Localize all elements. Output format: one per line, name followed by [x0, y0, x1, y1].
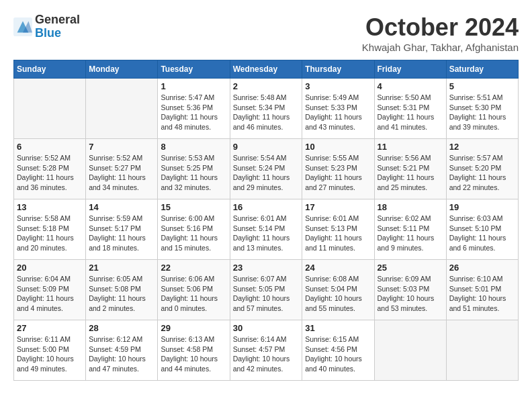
- calendar-cell: 31Sunrise: 6:15 AMSunset: 4:56 PMDayligh…: [302, 320, 374, 381]
- weekday-header: Monday: [86, 60, 158, 79]
- calendar-cell: 13Sunrise: 5:58 AMSunset: 5:18 PMDayligh…: [14, 199, 86, 260]
- daylight-text: Daylight: 10 hours and 55 minutes.: [305, 293, 371, 313]
- weekday-header-row: SundayMondayTuesdayWednesdayThursdayFrid…: [14, 60, 519, 79]
- day-number: 30: [233, 323, 300, 333]
- day-info: Sunrise: 6:01 AMSunset: 5:14 PMDaylight:…: [233, 214, 300, 253]
- sunset-text: Sunset: 5:33 PM: [305, 103, 371, 113]
- sunset-text: Sunset: 5:10 PM: [449, 224, 515, 234]
- calendar-week-row: 6Sunrise: 5:52 AMSunset: 5:28 PMDaylight…: [14, 139, 519, 199]
- day-info: Sunrise: 6:10 AMSunset: 5:01 PMDaylight:…: [449, 274, 515, 314]
- sunset-text: Sunset: 4:58 PM: [161, 345, 226, 355]
- day-info: Sunrise: 6:14 AMSunset: 4:57 PMDaylight:…: [233, 334, 300, 374]
- calendar-cell: 21Sunrise: 6:05 AMSunset: 5:08 PMDayligh…: [86, 260, 158, 320]
- calendar-week-row: 27Sunrise: 6:11 AMSunset: 5:00 PMDayligh…: [14, 320, 519, 381]
- month-title: October 2024: [362, 13, 519, 42]
- sunrise-text: Sunrise: 6:01 AM: [233, 214, 300, 224]
- sunrise-text: Sunrise: 6:06 AM: [161, 274, 226, 284]
- day-number: 15: [161, 202, 226, 212]
- daylight-text: Daylight: 11 hours and 18 minutes.: [89, 233, 154, 253]
- daylight-text: Daylight: 11 hours and 29 minutes.: [233, 173, 300, 192]
- daylight-text: Daylight: 10 hours and 49 minutes.: [17, 354, 83, 373]
- day-number: 6: [17, 142, 83, 152]
- sunset-text: Sunset: 4:57 PM: [233, 345, 300, 355]
- day-number: 1: [161, 81, 226, 91]
- day-info: Sunrise: 6:02 AMSunset: 5:11 PMDaylight:…: [378, 214, 443, 253]
- calendar-cell: 19Sunrise: 6:03 AMSunset: 5:10 PMDayligh…: [446, 199, 518, 260]
- daylight-text: Daylight: 11 hours and 13 minutes.: [233, 233, 300, 253]
- sunrise-text: Sunrise: 6:15 AM: [305, 334, 371, 345]
- calendar-cell: 30Sunrise: 6:14 AMSunset: 4:57 PMDayligh…: [230, 320, 302, 381]
- calendar-cell: 6Sunrise: 5:52 AMSunset: 5:28 PMDaylight…: [14, 139, 86, 199]
- calendar-cell: 22Sunrise: 6:06 AMSunset: 5:06 PMDayligh…: [158, 260, 230, 320]
- daylight-text: Daylight: 11 hours and 27 minutes.: [305, 173, 371, 192]
- daylight-text: Daylight: 11 hours and 22 minutes.: [449, 173, 515, 192]
- day-info: Sunrise: 6:03 AMSunset: 5:10 PMDaylight:…: [449, 214, 515, 253]
- daylight-text: Daylight: 11 hours and 2 minutes.: [89, 293, 154, 313]
- sunset-text: Sunset: 5:08 PM: [89, 284, 154, 294]
- sunrise-text: Sunrise: 5:54 AM: [233, 153, 300, 163]
- sunrise-text: Sunrise: 5:59 AM: [89, 214, 154, 224]
- calendar-cell: 11Sunrise: 5:56 AMSunset: 5:21 PMDayligh…: [374, 139, 446, 199]
- sunset-text: Sunset: 5:18 PM: [17, 224, 83, 234]
- day-info: Sunrise: 6:15 AMSunset: 4:56 PMDaylight:…: [305, 334, 371, 374]
- sunrise-text: Sunrise: 6:08 AM: [305, 274, 371, 284]
- sunset-text: Sunset: 5:24 PM: [233, 163, 300, 173]
- daylight-text: Daylight: 11 hours and 20 minutes.: [17, 233, 83, 253]
- sunset-text: Sunset: 5:16 PM: [161, 224, 226, 234]
- weekday-header: Thursday: [302, 60, 374, 79]
- day-info: Sunrise: 6:01 AMSunset: 5:13 PMDaylight:…: [305, 214, 371, 253]
- day-info: Sunrise: 6:05 AMSunset: 5:08 PMDaylight:…: [89, 274, 154, 314]
- calendar-cell: 12Sunrise: 5:57 AMSunset: 5:20 PMDayligh…: [446, 139, 518, 199]
- logo: General Blue: [13, 13, 80, 40]
- day-number: 28: [89, 323, 154, 333]
- daylight-text: Daylight: 10 hours and 51 minutes.: [449, 293, 515, 313]
- sunset-text: Sunset: 5:23 PM: [305, 163, 371, 173]
- sunrise-text: Sunrise: 6:05 AM: [89, 274, 154, 284]
- calendar-cell: 28Sunrise: 6:12 AMSunset: 4:59 PMDayligh…: [86, 320, 158, 381]
- calendar-week-row: 20Sunrise: 6:04 AMSunset: 5:09 PMDayligh…: [14, 260, 519, 320]
- calendar-table: SundayMondayTuesdayWednesdayThursdayFrid…: [13, 60, 519, 381]
- calendar-cell: 29Sunrise: 6:13 AMSunset: 4:58 PMDayligh…: [158, 320, 230, 381]
- day-number: 25: [378, 263, 443, 273]
- calendar-cell: [374, 320, 446, 381]
- calendar-cell: 1Sunrise: 5:47 AMSunset: 5:36 PMDaylight…: [158, 79, 230, 139]
- daylight-text: Daylight: 11 hours and 43 minutes.: [305, 112, 371, 132]
- day-number: 3: [305, 81, 371, 91]
- calendar-cell: 24Sunrise: 6:08 AMSunset: 5:04 PMDayligh…: [302, 260, 374, 320]
- daylight-text: Daylight: 11 hours and 46 minutes.: [233, 112, 300, 132]
- sunrise-text: Sunrise: 5:51 AM: [449, 93, 515, 103]
- sunrise-text: Sunrise: 6:03 AM: [449, 214, 515, 224]
- day-info: Sunrise: 5:59 AMSunset: 5:17 PMDaylight:…: [89, 214, 154, 253]
- sunset-text: Sunset: 5:28 PM: [17, 163, 83, 173]
- day-info: Sunrise: 5:55 AMSunset: 5:23 PMDaylight:…: [305, 153, 371, 193]
- sunrise-text: Sunrise: 6:09 AM: [378, 274, 443, 284]
- sunset-text: Sunset: 5:06 PM: [161, 284, 226, 294]
- calendar-cell: 20Sunrise: 6:04 AMSunset: 5:09 PMDayligh…: [14, 260, 86, 320]
- day-number: 13: [17, 202, 83, 212]
- sunset-text: Sunset: 5:36 PM: [161, 103, 226, 113]
- daylight-text: Daylight: 11 hours and 36 minutes.: [17, 173, 83, 192]
- sunrise-text: Sunrise: 6:10 AM: [449, 274, 515, 284]
- sunset-text: Sunset: 5:03 PM: [378, 284, 443, 294]
- daylight-text: Daylight: 11 hours and 11 minutes.: [305, 233, 371, 253]
- day-info: Sunrise: 6:06 AMSunset: 5:06 PMDaylight:…: [161, 274, 226, 314]
- sunset-text: Sunset: 5:11 PM: [378, 224, 443, 234]
- daylight-text: Daylight: 11 hours and 41 minutes.: [378, 112, 443, 132]
- calendar-cell: 23Sunrise: 6:07 AMSunset: 5:05 PMDayligh…: [230, 260, 302, 320]
- day-number: 8: [161, 142, 226, 152]
- day-number: 27: [17, 323, 83, 333]
- calendar-cell: [14, 79, 86, 139]
- sunrise-text: Sunrise: 5:52 AM: [17, 153, 83, 163]
- day-number: 12: [449, 142, 515, 152]
- day-number: 10: [305, 142, 371, 152]
- daylight-text: Daylight: 10 hours and 42 minutes.: [233, 354, 300, 373]
- sunset-text: Sunset: 5:34 PM: [233, 103, 300, 113]
- daylight-text: Daylight: 11 hours and 32 minutes.: [161, 173, 226, 192]
- page-header: General Blue October 2024 Khwajah Ghar, …: [13, 13, 519, 53]
- sunrise-text: Sunrise: 6:01 AM: [305, 214, 371, 224]
- calendar-cell: 25Sunrise: 6:09 AMSunset: 5:03 PMDayligh…: [374, 260, 446, 320]
- sunset-text: Sunset: 5:31 PM: [378, 103, 443, 113]
- calendar-cell: 14Sunrise: 5:59 AMSunset: 5:17 PMDayligh…: [86, 199, 158, 260]
- sunset-text: Sunset: 5:27 PM: [89, 163, 154, 173]
- day-number: 16: [233, 202, 300, 212]
